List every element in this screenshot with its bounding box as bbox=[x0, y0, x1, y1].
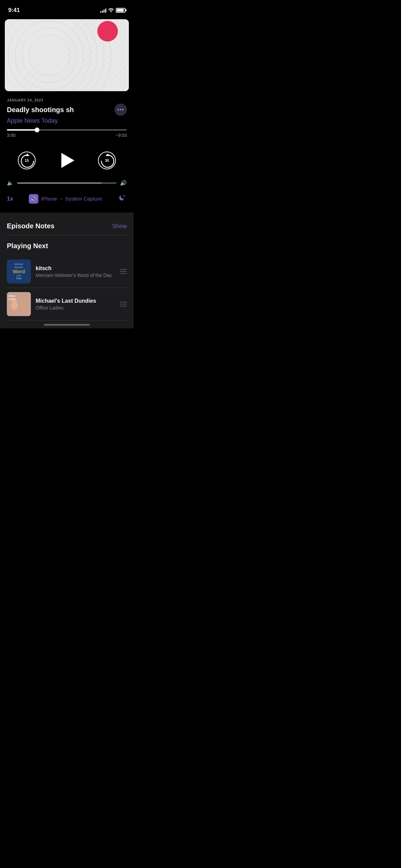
episode-date: JANUARY 24, 2023 bbox=[7, 98, 127, 102]
sleep-timer-button[interactable]: zz bbox=[117, 193, 127, 204]
queue-episode-title-mw: kitsch bbox=[36, 265, 117, 272]
skip-back-button[interactable]: 15 bbox=[17, 151, 36, 170]
skip-forward-circle: 30 bbox=[98, 152, 116, 169]
playing-next-section: Playing Next Merriam Webster Word of the… bbox=[0, 235, 134, 321]
episode-notes-header: Episode Notes Show bbox=[7, 222, 127, 235]
podcast-name: Apple News Today bbox=[7, 117, 127, 124]
time-row: 3:00 −9:03 bbox=[7, 133, 127, 138]
queue-item-ol: Office Ladies Michael's Last Dundies Off… bbox=[7, 288, 127, 321]
volume-high-icon: 🔊 bbox=[120, 180, 127, 186]
more-dots-icon: ••• bbox=[117, 107, 124, 113]
queue-info-ol: Michael's Last Dundies Office Ladies bbox=[36, 298, 117, 311]
output-text: iPhone → System Capture bbox=[41, 196, 102, 202]
home-bar bbox=[44, 324, 90, 326]
queue-item: Merriam Webster Word of the Day kitsch M… bbox=[7, 255, 127, 288]
skip-back-label: 15 bbox=[25, 158, 29, 162]
episode-notes-title: Episode Notes bbox=[7, 222, 54, 230]
output-button[interactable]: 🔊 iPhone → System Capture bbox=[29, 194, 102, 204]
episode-title: Deadly shootings sh bbox=[7, 106, 111, 114]
bottom-controls: 1x 🔊 iPhone → System Capture zz bbox=[0, 193, 134, 204]
svg-text:Office: Office bbox=[9, 295, 15, 297]
queue-artwork-ol: Office Ladies bbox=[7, 292, 31, 316]
svg-point-35 bbox=[21, 299, 26, 304]
progress-thumb[interactable] bbox=[35, 128, 39, 132]
skip-forward-button[interactable]: 30 bbox=[97, 151, 117, 170]
time-remaining: −9:03 bbox=[116, 133, 127, 138]
more-button[interactable]: ••• bbox=[114, 104, 127, 116]
status-time: 9:41 bbox=[8, 7, 20, 14]
queue-handle-ol[interactable] bbox=[120, 302, 127, 306]
status-bar: 9:41 bbox=[0, 0, 134, 18]
speaker-icon: 🔊 bbox=[29, 194, 38, 204]
artwork-container bbox=[0, 19, 134, 91]
progress-fill bbox=[7, 129, 37, 131]
signal-icon bbox=[100, 8, 106, 13]
reorder-icon-ol bbox=[120, 302, 127, 306]
episode-notes-section: Episode Notes Show bbox=[0, 215, 134, 235]
svg-point-33 bbox=[12, 299, 17, 304]
home-indicator bbox=[0, 321, 134, 328]
queue-artwork-mw: Merriam Webster Word of the Day bbox=[7, 260, 31, 284]
wifi-icon bbox=[108, 7, 114, 13]
reorder-icon bbox=[120, 269, 127, 274]
svg-text:zz: zz bbox=[123, 194, 126, 197]
show-button[interactable]: Show bbox=[112, 223, 127, 230]
volume-container[interactable]: 🔈 🔊 bbox=[0, 180, 134, 186]
volume-track[interactable] bbox=[17, 182, 117, 184]
volume-fill bbox=[17, 182, 102, 184]
playback-speed-button[interactable]: 1x bbox=[7, 195, 13, 202]
progress-track[interactable] bbox=[7, 129, 127, 131]
queue-podcast-name-ol: Office Ladies bbox=[36, 305, 117, 311]
playing-next-title: Playing Next bbox=[7, 242, 127, 250]
play-icon bbox=[61, 153, 74, 168]
skip-back-circle: 15 bbox=[18, 152, 36, 169]
battery-icon bbox=[116, 8, 125, 13]
queue-handle-mw[interactable] bbox=[120, 269, 127, 274]
play-button[interactable] bbox=[54, 148, 79, 173]
queue-info-mw: kitsch Merriam-Webster's Word of the Day bbox=[36, 265, 117, 278]
status-icons bbox=[100, 7, 125, 13]
progress-container[interactable]: 3:00 −9:03 bbox=[0, 129, 134, 138]
volume-low-icon: 🔈 bbox=[7, 180, 14, 186]
time-current: 3:00 bbox=[7, 133, 15, 138]
svg-point-25 bbox=[97, 21, 118, 41]
skip-forward-label: 30 bbox=[105, 158, 109, 162]
queue-podcast-name-mw: Merriam-Webster's Word of the Day bbox=[36, 273, 117, 278]
playback-controls: 15 30 bbox=[0, 141, 134, 180]
player-info: JANUARY 24, 2023 Deadly shootings sh •••… bbox=[0, 91, 134, 124]
podcast-artwork bbox=[5, 19, 129, 91]
queue-episode-title-ol: Michael's Last Dundies bbox=[36, 298, 117, 304]
section-divider bbox=[0, 213, 134, 215]
